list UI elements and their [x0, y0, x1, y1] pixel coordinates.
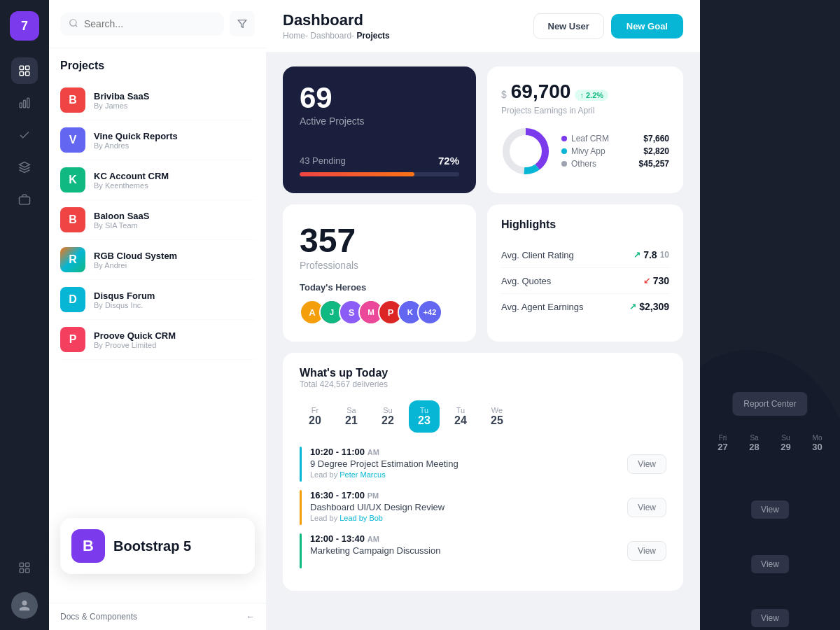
cal-view-button-1[interactable]: View: [751, 500, 789, 519]
trend-down-icon: ↙: [643, 276, 650, 286]
content-area: 69 Active Projects 43 Pending 72% $ 69,7…: [266, 52, 700, 605]
cal-day-name: Tu: [456, 406, 465, 414]
cal-view-button-2[interactable]: View: [751, 555, 789, 573]
ap-percent: 72%: [438, 155, 459, 167]
project-icon-baloon: B: [60, 207, 85, 232]
sidebar-icon-dashboard[interactable]: [11, 90, 38, 116]
legend-dot: [561, 136, 567, 141]
event-time: 12:00 - 13:40 AM: [310, 533, 619, 544]
dark-cal-strip: Fri 27 Sa 28 Su 29 Mo 30: [707, 434, 833, 452]
search-input-wrap[interactable]: [60, 13, 224, 36]
cal-day-23[interactable]: Tu 23: [409, 400, 440, 433]
sidebar-icon-home[interactable]: [11, 57, 38, 84]
arrow-icon: ←: [246, 612, 255, 622]
sidebar-icon-layers[interactable]: [11, 154, 38, 181]
svg-text:J: J: [330, 308, 334, 316]
dark-cal-name: Sa: [749, 434, 759, 442]
ap-pending: 43 Pending: [300, 155, 346, 166]
donut-chart: [501, 127, 550, 176]
legend-dot: [561, 161, 567, 167]
professionals-count: 357: [300, 221, 459, 260]
project-icon-disqus: D: [60, 287, 85, 312]
svg-rect-11: [20, 569, 23, 573]
sidebar-bottom: [11, 554, 38, 619]
cal-day-20[interactable]: Fr 20: [300, 400, 330, 433]
search-icon: [69, 18, 78, 30]
event-lead-person[interactable]: Lead by Bob: [340, 514, 383, 522]
highlight-label: Avg. Agent Earnings: [501, 302, 584, 312]
cal-day-21[interactable]: Sa 21: [336, 400, 367, 433]
project-by: By SIA Team: [94, 221, 255, 230]
project-by: By Keenthemes: [94, 181, 255, 190]
cal-view-button-3[interactable]: View: [751, 609, 789, 627]
highlight-value: ↗ 7.8 10: [634, 249, 669, 260]
highlight-row-earnings: Avg. Agent Earnings ↗ $2,309: [501, 294, 669, 319]
event-view-button[interactable]: View: [627, 454, 666, 474]
svg-rect-9: [20, 563, 23, 566]
cal-day-22[interactable]: Su 22: [372, 400, 403, 433]
project-by: By Andres: [94, 141, 255, 150]
event-view-button[interactable]: View: [627, 541, 666, 561]
highlights-card: Highlights Avg. Client Rating ↗ 7.8 10 A…: [487, 204, 683, 342]
cal-day-24[interactable]: Tu 24: [445, 400, 476, 433]
search-input[interactable]: [84, 18, 216, 29]
whatsup-title: What's up Today: [300, 367, 666, 379]
hero-avatar-more: +42: [417, 300, 442, 325]
event-time: 16:30 - 17:00 PM: [310, 490, 619, 500]
earnings-value: 69,700: [511, 80, 571, 103]
sidebar-icon-tasks[interactable]: [11, 122, 38, 148]
earnings-amount: $ 69,700 ↑ 2.2%: [501, 80, 669, 103]
svg-rect-0: [20, 66, 23, 69]
event-info: 16:30 - 17:00 PM Dashboard UI/UX Design …: [310, 490, 619, 522]
legend-dot: [561, 148, 567, 154]
cal-day-25[interactable]: We 25: [482, 400, 512, 433]
highlight-value: ↙ 730: [643, 275, 669, 286]
legend-others: Others: [561, 159, 628, 169]
user-avatar[interactable]: [11, 592, 38, 619]
svg-rect-2: [20, 72, 23, 76]
bootstrap-icon: B: [71, 529, 105, 563]
project-info-kc: KC Account CRM By Keenthemes: [94, 171, 255, 190]
project-info-rgb: RGB Cloud System By Andrei: [94, 251, 255, 270]
search-bar: [49, 0, 266, 48]
header-actions: New User New Goal: [533, 13, 684, 39]
header-left: Dashboard Home- Dashboard- Projects: [283, 11, 390, 41]
bootstrap-popup[interactable]: B Bootstrap 5: [60, 518, 255, 574]
version-badge[interactable]: 7: [10, 11, 39, 41]
dark-cal-name: Su: [780, 434, 790, 442]
new-goal-button[interactable]: New Goal: [611, 14, 683, 38]
earnings-chart: Leaf CRM Mivy App Others $7,660: [501, 127, 669, 176]
sidebar-icon-settings[interactable]: [11, 554, 38, 581]
earnings-badge: ↑ 2.2%: [575, 90, 608, 101]
project-item-rgb[interactable]: R RGB Cloud System By Andrei: [60, 240, 255, 280]
project-item-kc[interactable]: K KC Account CRM By Keenthemes: [60, 160, 255, 200]
event-name: Marketing Campaign Discussion: [310, 545, 619, 556]
docs-label: Docs & Components: [60, 612, 137, 622]
project-item-briviba[interactable]: B Briviba SaaS By James: [60, 80, 255, 120]
report-center-button[interactable]: Report Center: [732, 392, 807, 416]
project-name: Disqus Forum: [94, 290, 255, 301]
svg-rect-4: [20, 103, 22, 108]
right-panel: Explore Help Buy now Report Center Fri 2…: [700, 0, 840, 630]
svg-point-13: [70, 19, 76, 25]
project-item-disqus[interactable]: D Disqus Forum By Disqus Inc.: [60, 280, 255, 320]
main-content: Dashboard Home- Dashboard- Projects New …: [266, 0, 700, 630]
project-name: Baloon SaaS: [94, 211, 255, 221]
highlights-title: Highlights: [501, 218, 669, 231]
event-view-button[interactable]: View: [627, 498, 666, 517]
project-icon-proove: P: [60, 327, 85, 352]
new-user-button[interactable]: New User: [533, 13, 604, 39]
active-projects-label: Active Projects: [300, 115, 459, 127]
sidebar-icon-briefcase[interactable]: [11, 186, 38, 213]
event-item-2: 12:00 - 13:40 AM Marketing Campaign Disc…: [300, 533, 666, 568]
svg-marker-7: [20, 162, 30, 168]
project-name: Vine Quick Reports: [94, 131, 255, 141]
project-item-baloon[interactable]: B Baloon SaaS By SIA Team: [60, 200, 255, 240]
event-lead: Lead by Peter Marcus: [310, 470, 619, 479]
project-info-baloon: Baloon SaaS By SIA Team: [94, 211, 255, 230]
project-item-proove[interactable]: P Proove Quick CRM By Proove Limited: [60, 320, 255, 360]
event-bar: [300, 533, 302, 568]
filter-button[interactable]: [230, 11, 255, 36]
project-item-vine[interactable]: V Vine Quick Reports By Andres: [60, 120, 255, 160]
event-lead-person[interactable]: Peter Marcus: [340, 470, 385, 479]
